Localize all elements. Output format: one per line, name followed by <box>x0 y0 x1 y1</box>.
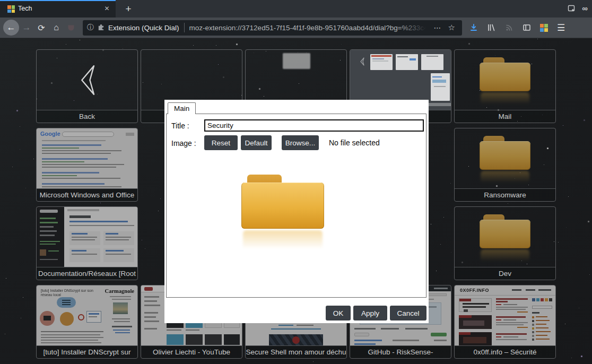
dial-tile-mail[interactable]: Mail <box>454 49 556 123</box>
folder-thumb <box>455 128 555 188</box>
oxoff-thumb: 0X0FF.INFO <box>455 285 555 345</box>
dial-tile-microsoft[interactable]: Google Microsoft Windows and Office <box>36 128 138 202</box>
dial-tile-dnscrypt[interactable]: [tuto] Installer DNScrypt sur son réseau… <box>36 285 138 359</box>
tile-label: Back <box>37 110 137 123</box>
dial-tile-ransomware[interactable]: Ransomware <box>454 128 556 202</box>
quick-dial-extension-icon[interactable] <box>540 24 548 32</box>
cancel-button[interactable]: Cancel <box>390 306 426 320</box>
rss-icon[interactable] <box>505 23 513 32</box>
navigation-toolbar: ← → ⟳ ⌂ ⓘ Extension (Quick Dial) moz-ext… <box>0 18 592 38</box>
title-input[interactable] <box>204 119 424 132</box>
article-title: [tuto] Installer DNScrypt sur son réseau… <box>41 289 103 297</box>
folder-icon <box>480 214 530 248</box>
home-button[interactable]: ⌂ <box>49 20 64 35</box>
edit-dial-dialog: Main Title : Image : Reset Default Brows… <box>164 100 429 323</box>
reset-button[interactable]: Reset <box>204 135 238 150</box>
back-chevron-icon <box>77 64 99 97</box>
speed-dial-favicon <box>7 5 15 13</box>
url-text[interactable]: moz-extension://3712ed51-7f15-4f1f-9e8b-… <box>189 24 431 32</box>
download-icon[interactable] <box>469 23 478 32</box>
tab-title: Tech <box>18 5 32 12</box>
bookmark-star-icon[interactable]: ☆ <box>448 23 455 32</box>
dial-page: Back <box>0 39 592 364</box>
url-separator <box>184 23 185 32</box>
dialog-main-panel: Title : Image : Reset Default Browse... … <box>166 114 426 298</box>
tab-tech[interactable]: Tech ✕ <box>0 0 116 18</box>
menu-icon[interactable]: ☰ <box>557 22 565 33</box>
title-label: Title : <box>171 122 189 130</box>
url-fade <box>399 24 431 32</box>
dial-tile-0x0ff[interactable]: 0X0FF.INFO <box>454 285 556 359</box>
page-info-icon[interactable]: ⓘ <box>87 23 94 32</box>
dial-tile-rootme[interactable]: Documentation/Réseaux [Root <box>36 206 138 280</box>
folder-thumb <box>455 207 555 267</box>
reload-button[interactable]: ⟳ <box>34 20 49 35</box>
folder-thumb <box>455 50 555 110</box>
dial-tile-dev[interactable]: Dev <box>454 206 556 280</box>
back-button[interactable]: ← <box>3 20 19 36</box>
identity-label: Extension (Quick Dial) <box>108 24 179 32</box>
page-actions-icon[interactable]: ⋯ <box>434 23 442 32</box>
forward-button[interactable]: → <box>19 20 34 35</box>
file-status: No file selected <box>329 138 380 147</box>
pocket-icon[interactable] <box>64 20 79 35</box>
carmagnole-blog-thumb: [tuto] Installer DNScrypt sur son réseau… <box>37 285 137 345</box>
extension-puzzle-icon <box>97 23 105 33</box>
folder-icon <box>480 57 530 91</box>
blog-name: Carmagnole <box>105 288 134 294</box>
apply-button[interactable]: Apply <box>353 306 387 320</box>
back-thumb <box>37 50 137 110</box>
url-bar[interactable]: ⓘ Extension (Quick Dial) moz-extension:/… <box>83 20 462 36</box>
tab-main[interactable]: Main <box>168 102 196 114</box>
sidebar-icon[interactable] <box>523 23 531 32</box>
preview-folder-icon <box>241 175 324 229</box>
mask-icon[interactable]: ∞ <box>582 3 588 14</box>
library-icon[interactable] <box>487 23 496 32</box>
browse-button[interactable]: Browse... <box>282 135 319 150</box>
site-header: 0X0FF.INFO <box>460 288 489 293</box>
tab-close-icon[interactable]: ✕ <box>102 4 111 13</box>
browser-window: Tech ✕ + ∞ ← → ⟳ ⌂ ⓘ Extension (Quick Di… <box>0 0 592 364</box>
starfield <box>0 39 1 39</box>
folder-icon <box>480 136 530 170</box>
tab-bar: Tech ✕ + ∞ <box>0 0 592 18</box>
default-button[interactable]: Default <box>241 135 272 150</box>
active-tab-indicator <box>0 0 116 1</box>
new-tab-button[interactable]: + <box>121 2 136 16</box>
mini-back-chevron-icon <box>360 57 365 66</box>
ok-button[interactable]: OK <box>326 306 351 320</box>
rootme-thumb <box>37 207 137 267</box>
google-logo: Google <box>40 131 60 137</box>
dial-tile-back[interactable]: Back <box>36 49 138 123</box>
new-window-icon[interactable] <box>567 4 576 13</box>
image-label: Image : <box>171 139 196 148</box>
google-search-thumb: Google <box>37 128 137 188</box>
